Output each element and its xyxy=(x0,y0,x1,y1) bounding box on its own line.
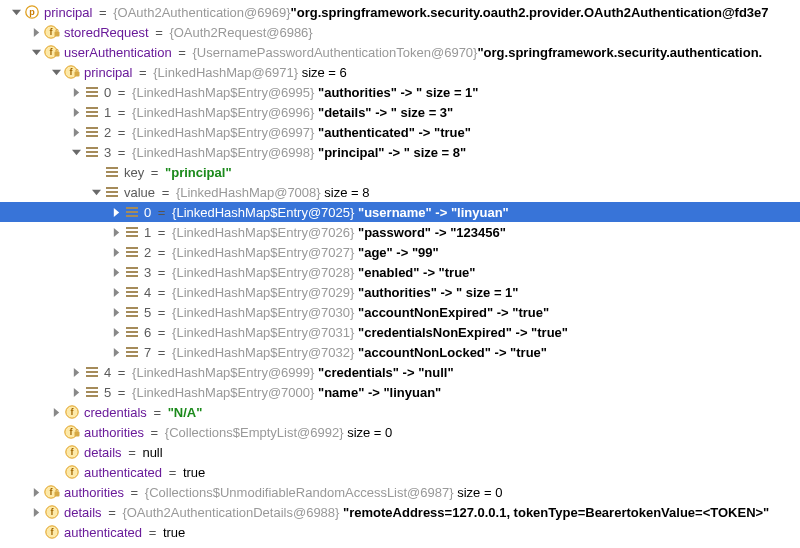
value-text: "remoteAddress=127.0.0.1, tokenType=Bear… xyxy=(343,505,769,520)
tree-row[interactable]: 4 = {LinkedHashMap$Entry@6999} "credenti… xyxy=(0,362,800,382)
collapse-icon[interactable] xyxy=(110,246,122,258)
object-ref: {LinkedHashMap$Entry@7030} xyxy=(172,305,354,320)
equals-sign: = xyxy=(124,485,145,500)
equals-sign: = xyxy=(155,185,176,200)
collapse-icon[interactable] xyxy=(70,106,82,118)
tree-row[interactable]: 7 = {LinkedHashMap$Entry@7032} "accountN… xyxy=(0,342,800,362)
tree-row[interactable]: 3 = {LinkedHashMap$Entry@6998} "principa… xyxy=(0,142,800,162)
collapse-icon[interactable] xyxy=(70,86,82,98)
value-text: true xyxy=(163,525,185,540)
tree-row[interactable]: 0 = {LinkedHashMap$Entry@7025} "username… xyxy=(0,202,800,222)
equals-sign: = xyxy=(111,145,132,160)
tree-row[interactable]: 5 = {LinkedHashMap$Entry@7030} "accountN… xyxy=(0,302,800,322)
svg-rect-40 xyxy=(126,275,138,277)
svg-rect-30 xyxy=(126,211,138,213)
equals-sign: = xyxy=(162,465,183,480)
equals-sign: = xyxy=(151,345,172,360)
object-ref: {OAuth2Request@6986} xyxy=(169,25,312,40)
tree-row[interactable]: fuserAuthentication = {UsernamePasswordA… xyxy=(0,42,800,62)
tree-row[interactable]: fdetails = {OAuth2AuthenticationDetails@… xyxy=(0,502,800,522)
row-label: principal = {OAuth2Authentication@6969}"… xyxy=(44,5,769,20)
row-label: 1 = {LinkedHashMap$Entry@7026} "password… xyxy=(144,225,506,240)
object-ref: {LinkedHashMap$Entry@7000} xyxy=(132,385,314,400)
tree-row[interactable]: fauthenticated = true xyxy=(0,522,800,542)
value-text: "authorities" -> " size = 1" xyxy=(358,285,518,300)
tree-row[interactable]: value = {LinkedHashMap@7008} size = 8 xyxy=(0,182,800,202)
collapse-icon[interactable] xyxy=(110,306,122,318)
tree-row[interactable]: fauthorities = {Collections$Unmodifiable… xyxy=(0,482,800,502)
tree-row[interactable]: fstoredRequest = {OAuth2Request@6986} xyxy=(0,22,800,42)
collapse-icon[interactable] xyxy=(110,266,122,278)
collapse-icon[interactable] xyxy=(30,506,42,518)
f-lock-tag-icon: f xyxy=(64,64,80,80)
list-icon xyxy=(124,204,140,220)
svg-rect-15 xyxy=(86,111,98,113)
list-icon xyxy=(84,84,100,100)
equals-sign: = xyxy=(132,65,153,80)
tree-row[interactable]: 2 = {LinkedHashMap$Entry@6997} "authenti… xyxy=(0,122,800,142)
field-name: authorities xyxy=(84,425,144,440)
expand-icon[interactable] xyxy=(70,146,82,158)
collapse-icon[interactable] xyxy=(70,386,82,398)
row-label: key = "principal" xyxy=(124,165,232,180)
collapse-icon[interactable] xyxy=(110,206,122,218)
tree-row[interactable]: 0 = {LinkedHashMap$Entry@6995} "authorit… xyxy=(0,82,800,102)
collapse-icon[interactable] xyxy=(110,346,122,358)
tree-row[interactable]: fcredentials = "N/A" xyxy=(0,402,800,422)
svg-rect-70 xyxy=(55,492,60,497)
svg-rect-34 xyxy=(126,235,138,237)
tree-row[interactable]: 6 = {LinkedHashMap$Entry@7031} "credenti… xyxy=(0,322,800,342)
expand-icon[interactable] xyxy=(10,6,22,18)
expand-icon[interactable] xyxy=(30,46,42,58)
string-literal: "N/A" xyxy=(168,405,203,420)
object-ref: {LinkedHashMap$Entry@6997} xyxy=(132,125,314,140)
tree-row[interactable]: 1 = {LinkedHashMap$Entry@6996} "details"… xyxy=(0,102,800,122)
value-text: "name" -> "linyuan" xyxy=(318,385,441,400)
object-ref: {LinkedHashMap@7008} xyxy=(176,185,321,200)
value-text: "accountNonLocked" -> "true" xyxy=(358,345,547,360)
tree-row[interactable]: 5 = {LinkedHashMap$Entry@7000} "name" ->… xyxy=(0,382,800,402)
tree-row[interactable]: 2 = {LinkedHashMap$Entry@7027} "age" -> … xyxy=(0,242,800,262)
tree-row[interactable]: pprincipal = {OAuth2Authentication@6969}… xyxy=(0,2,800,22)
tree-row[interactable]: fdetails = null xyxy=(0,442,800,462)
collapse-icon[interactable] xyxy=(110,226,122,238)
tree-row[interactable]: 4 = {LinkedHashMap$Entry@7029} "authorit… xyxy=(0,282,800,302)
svg-rect-35 xyxy=(126,247,138,249)
collapse-icon[interactable] xyxy=(110,286,122,298)
tree-row[interactable]: fauthenticated = true xyxy=(0,462,800,482)
svg-rect-33 xyxy=(126,231,138,233)
tree-row[interactable]: key = "principal" xyxy=(0,162,800,182)
expand-icon[interactable] xyxy=(50,66,62,78)
collapse-icon[interactable] xyxy=(30,26,42,38)
collapse-icon[interactable] xyxy=(70,366,82,378)
svg-rect-31 xyxy=(126,215,138,217)
variables-tree[interactable]: pprincipal = {OAuth2Authentication@6969}… xyxy=(0,0,800,546)
list-icon xyxy=(84,364,100,380)
svg-rect-17 xyxy=(86,127,98,129)
row-label: 5 = {LinkedHashMap$Entry@7030} "accountN… xyxy=(144,305,549,320)
expand-icon[interactable] xyxy=(90,186,102,198)
row-label: storedRequest = {OAuth2Request@6986} xyxy=(64,25,313,40)
collapse-icon[interactable] xyxy=(50,406,62,418)
list-icon xyxy=(104,164,120,180)
collapse-icon[interactable] xyxy=(110,326,122,338)
equals-sign: = xyxy=(111,125,132,140)
value-text: "enabled" -> "true" xyxy=(358,265,475,280)
field-name: credentials xyxy=(84,405,147,420)
equals-sign: = xyxy=(102,505,123,520)
tree-row[interactable]: 3 = {LinkedHashMap$Entry@7028} "enabled"… xyxy=(0,262,800,282)
tree-row[interactable]: fprincipal = {LinkedHashMap@6971} size =… xyxy=(0,62,800,82)
equals-sign: = xyxy=(149,25,170,40)
value-text: size = 0 xyxy=(457,485,502,500)
field-name: principal xyxy=(44,5,92,20)
list-icon xyxy=(84,384,100,400)
tree-row[interactable]: 1 = {LinkedHashMap$Entry@7026} "password… xyxy=(0,222,800,242)
list-icon xyxy=(124,244,140,260)
tree-row[interactable]: fauthorities = {Collections$EmptyList@69… xyxy=(0,422,800,442)
collapse-icon[interactable] xyxy=(30,486,42,498)
value-text: size = 6 xyxy=(302,65,347,80)
row-label: credentials = "N/A" xyxy=(84,405,202,420)
collapse-icon[interactable] xyxy=(70,126,82,138)
object-ref: {OAuth2AuthenticationDetails@6988} xyxy=(122,505,339,520)
value-text: "password" -> "123456" xyxy=(358,225,506,240)
